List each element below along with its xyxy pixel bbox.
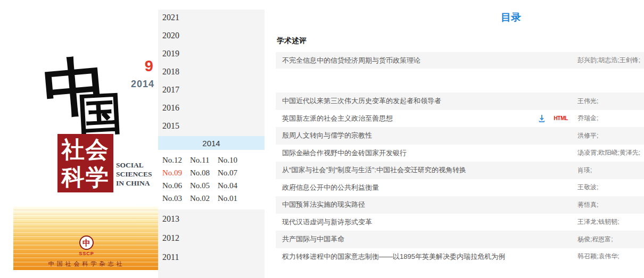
- article-authors[interactable]: 蒋悟真;: [577, 200, 644, 209]
- toc-row: 中国预算法实施的现实路径 蒋悟真;: [276, 196, 644, 214]
- html-fulltext-icon[interactable]: HTML: [554, 115, 568, 121]
- year-item-2019[interactable]: 2019: [158, 46, 265, 64]
- year-item-2021[interactable]: 2021: [158, 10, 265, 28]
- year-item-2018[interactable]: 2018: [158, 64, 265, 82]
- issue-item-no04[interactable]: No.04: [218, 179, 245, 192]
- article-title-link[interactable]: 殷周人文转向与儒学的宗教性: [276, 131, 577, 140]
- cover-issue-year: 2014: [121, 79, 154, 90]
- toc-row: 英国新左派的社会主义政治至善思想 HTML 乔瑞金;: [276, 110, 644, 128]
- year-item-2013[interactable]: 2013: [158, 209, 265, 229]
- issue-item-no08[interactable]: No.08: [190, 166, 218, 179]
- issue-item-no06[interactable]: No.06: [162, 179, 190, 192]
- english-title-line1: SOCIAL: [116, 161, 152, 170]
- year-header-2014[interactable]: 2014: [158, 136, 265, 150]
- year-sidebar: 2021 2020 2019 2018 2017 2016 2015 2014 …: [158, 10, 265, 278]
- article-title-link[interactable]: 现代汉语虚词与新诗形式变革: [276, 217, 577, 227]
- article-title-link[interactable]: 共产国际与中国革命: [276, 234, 577, 244]
- english-title-line3: IN CHINA: [116, 179, 152, 188]
- issue-item-no07[interactable]: No.07: [218, 166, 245, 179]
- article-authors[interactable]: 彭兴韵;胡志浩;王剑锋;: [577, 56, 644, 65]
- toc-section-heading: 学术述评: [277, 36, 307, 46]
- publisher-name: 中国社会科学杂志社: [13, 260, 160, 268]
- year-item-2016[interactable]: 2016: [158, 100, 265, 118]
- issue-item-no12[interactable]: No.12: [162, 154, 190, 166]
- issue-item-no01[interactable]: No.01: [218, 192, 245, 205]
- article-actions: HTML: [538, 114, 568, 123]
- article-title-link[interactable]: 权力转移进程中的国家意志制衡——以1895年英美解决委内瑞拉危机为例: [276, 252, 577, 262]
- toc-title: 目录: [468, 11, 554, 24]
- issue-item-no02[interactable]: No.02: [190, 192, 218, 205]
- toc-list: 不完全信息中的信贷经济周期与货币政策理论 彭兴韵;胡志浩;王剑锋; 中国近代以来…: [276, 52, 644, 265]
- english-title-line2: SCIENCES: [116, 170, 152, 179]
- toc-row: 权力转移进程中的国家意志制衡——以1895年英美解决委内瑞拉危机为例 韩召颖;袁…: [276, 248, 644, 266]
- year-item-2015[interactable]: 2015: [158, 118, 265, 136]
- journal-cover: 中 国 9 2014 社会 科学 SOCIAL SCIENCES IN CHIN…: [0, 0, 160, 278]
- year-item-2011[interactable]: 2011: [158, 248, 265, 267]
- article-title-link[interactable]: 从“国家与社会”到“制度与生活”:中国社会变迁研究的视角转换: [276, 165, 577, 175]
- article-authors[interactable]: 汤凌霄;欧阳峣;黄泽先;: [577, 148, 644, 157]
- toc-row: 共产国际与中国革命 杨俊;程恩富;: [276, 231, 644, 248]
- year-item-2020[interactable]: 2020: [158, 28, 265, 46]
- cover-title-line2: 科学: [57, 163, 113, 191]
- article-authors[interactable]: 肖瑛;: [577, 166, 644, 175]
- year-item-2017[interactable]: 2017: [158, 82, 265, 100]
- toc-row: 从“国家与社会”到“制度与生活”:中国社会变迁研究的视角转换 肖瑛;: [276, 162, 644, 179]
- issue-item-no05[interactable]: No.05: [190, 179, 218, 192]
- article-authors[interactable]: 杨俊;程恩富;: [577, 235, 644, 244]
- toc-row: 现代汉语虚词与新诗形式变革 王泽龙;钱韧韧;: [276, 214, 644, 231]
- issue-item-no10[interactable]: No.10: [218, 154, 245, 166]
- cover-title-line1: 社会: [57, 136, 113, 163]
- issue-item-no09-active[interactable]: No.09: [162, 166, 190, 179]
- cover-calligraphy-guo: 国: [77, 88, 124, 140]
- toc-row: 政府信息公开中的公共利益衡量 王敬波;: [276, 179, 644, 197]
- publisher-panel: 中 SSCP 中国社会科学杂志社: [13, 206, 160, 270]
- article-authors[interactable]: 王泽龙;钱韧韧;: [577, 217, 644, 226]
- cover-issue-number: 9: [127, 58, 153, 74]
- article-authors[interactable]: 乔瑞金;: [577, 114, 644, 123]
- toc-row: 中国近代以来第三次伟大历史变革的发起者和领导者 王伟光;: [276, 92, 644, 110]
- sscp-abbr: SSCP: [13, 251, 160, 256]
- issue-item-no11[interactable]: No.11: [190, 154, 218, 166]
- article-authors[interactable]: 王伟光;: [577, 97, 644, 106]
- cover-english-title: SOCIAL SCIENCES IN CHINA: [116, 161, 152, 188]
- article-title-link[interactable]: 国际金融合作视野中的金砖国家开发银行: [276, 148, 577, 158]
- toc-section-gap: [276, 69, 644, 92]
- year-expanded-2014: 2014 No.12 No.11 No.10 No.09 No.08 No.07…: [158, 136, 265, 209]
- issue-item-no03[interactable]: No.03: [162, 192, 190, 205]
- article-title-link[interactable]: 政府信息公开中的公共利益衡量: [276, 183, 577, 192]
- download-icon[interactable]: [538, 114, 546, 123]
- issue-grid: No.12 No.11 No.10 No.09 No.08 No.07 No.0…: [158, 150, 265, 209]
- article-authors[interactable]: 洪修平;: [577, 131, 644, 140]
- year-item-2012[interactable]: 2012: [158, 229, 265, 248]
- article-title-link[interactable]: 英国新左派的社会主义政治至善思想: [276, 114, 538, 123]
- toc-row: 殷周人文转向与儒学的宗教性 洪修平;: [276, 127, 644, 145]
- sscp-seal-icon: 中: [79, 235, 94, 250]
- toc-row: 国际金融合作视野中的金砖国家开发银行 汤凌霄;欧阳峣;黄泽先;: [276, 145, 644, 162]
- article-title-link[interactable]: 中国预算法实施的现实路径: [276, 200, 577, 209]
- toc-row: 不完全信息中的信贷经济周期与货币政策理论 彭兴韵;胡志浩;王剑锋;: [276, 52, 644, 69]
- article-authors[interactable]: 王敬波;: [577, 183, 644, 192]
- article-title-link[interactable]: 不完全信息中的信贷经济周期与货币政策理论: [276, 56, 577, 65]
- article-title-link[interactable]: 中国近代以来第三次伟大历史变革的发起者和领导者: [276, 96, 577, 106]
- article-authors[interactable]: 韩召颖;袁伟华;: [577, 252, 644, 261]
- cover-title-block: 社会 科学: [57, 134, 113, 192]
